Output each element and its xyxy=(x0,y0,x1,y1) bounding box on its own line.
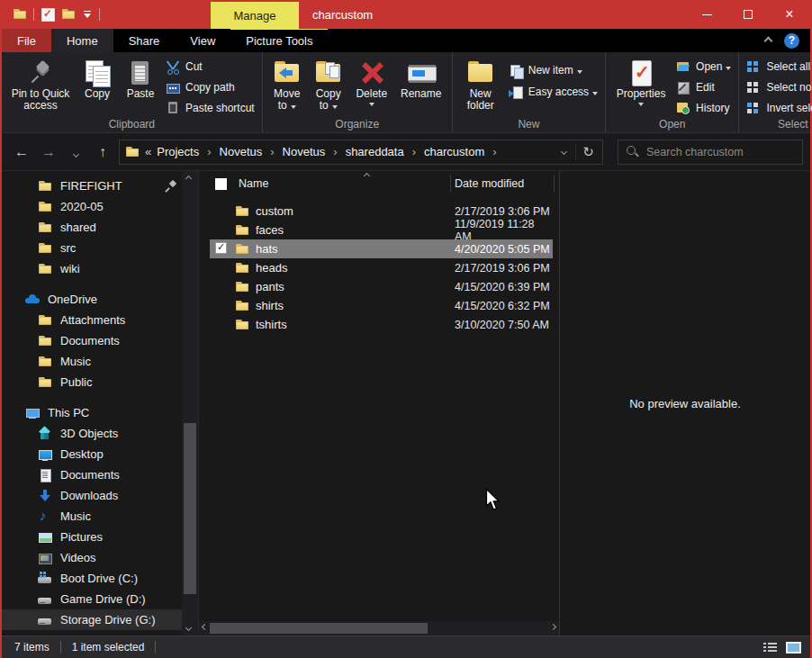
new-item-button[interactable]: New item xyxy=(509,63,598,77)
file-row-faces[interactable]: faces11/9/2019 11:28 AM xyxy=(210,221,553,239)
delete-button[interactable]: Delete xyxy=(349,58,394,108)
address-dropdown-icon[interactable] xyxy=(552,149,575,154)
sidebar-item-this-pc[interactable]: This PC xyxy=(2,402,182,423)
breadcrumb-segment[interactable]: charcustom xyxy=(422,145,486,158)
column-header-date-modified[interactable]: Date modified xyxy=(455,177,524,190)
sidebar-item-attachments[interactable]: Attachments xyxy=(2,310,182,330)
sidebar-item-storage-drive-g[interactable]: Storage Drive (G:) xyxy=(2,609,182,630)
sort-ascending-icon[interactable] xyxy=(364,173,370,179)
pin-to-quick-access-button[interactable]: Pin to Quick access xyxy=(5,58,76,113)
history-button[interactable]: History xyxy=(676,101,731,115)
sidebar-item-downloads[interactable]: Downloads xyxy=(2,485,182,506)
row-checkbox[interactable] xyxy=(215,242,227,254)
tab-manage[interactable]: Manage xyxy=(211,2,299,29)
sidebar-item-3d-objects[interactable]: 3D Objects xyxy=(2,423,182,444)
sidebar-item-videos[interactable]: Videos xyxy=(2,547,182,568)
properties-button[interactable]: Properties xyxy=(609,58,672,108)
horizontal-scrollbar[interactable] xyxy=(199,621,559,635)
scroll-right-icon[interactable] xyxy=(550,624,556,630)
copy-button[interactable]: Copy xyxy=(76,58,119,102)
sidebar-item-public[interactable]: Public xyxy=(2,372,182,392)
paste-shortcut-button[interactable]: Paste shortcut xyxy=(166,101,255,115)
sidebar-item-music[interactable]: Music xyxy=(2,506,182,527)
scroll-left-icon[interactable] xyxy=(202,624,208,630)
select-none-button[interactable]: Select none xyxy=(746,80,812,95)
sidebar-item-documents[interactable]: Documents xyxy=(2,464,182,485)
sidebar-item-shared[interactable]: shared xyxy=(2,217,182,238)
breadcrumb-segment[interactable]: Projects xyxy=(155,145,201,158)
address-bar[interactable]: « Projects›Novetus›Novetus›shareddata›ch… xyxy=(119,140,603,165)
back-icon[interactable]: ← xyxy=(11,144,32,160)
select-all-checkbox[interactable] xyxy=(215,178,227,190)
move-to-button[interactable]: Move to xyxy=(266,58,308,113)
search-input[interactable] xyxy=(646,146,795,158)
easy-access-button[interactable]: Easy access xyxy=(509,85,598,99)
help-icon[interactable]: ? xyxy=(784,33,799,49)
new-folder-button[interactable]: New folder xyxy=(456,58,505,113)
sidebar-item-wiki[interactable]: wiki xyxy=(2,258,182,279)
breadcrumb-segment[interactable]: Novetus xyxy=(281,145,328,158)
scrollbar-thumb[interactable] xyxy=(184,423,196,594)
tab-share[interactable]: Share xyxy=(113,29,176,52)
rename-button[interactable]: Rename xyxy=(394,58,448,102)
tab-home[interactable]: Home xyxy=(51,29,113,52)
delete-dropdown-icon[interactable] xyxy=(369,103,374,106)
breadcrumb-segment[interactable]: shareddata xyxy=(344,145,406,158)
qat-new-folder-icon[interactable] xyxy=(61,7,76,22)
minimize-button[interactable] xyxy=(686,0,727,29)
file-row-shirts[interactable]: shirts4/15/2020 6:32 PM xyxy=(210,296,553,315)
column-divider[interactable] xyxy=(554,175,555,193)
close-button[interactable]: × xyxy=(769,0,810,29)
copy-path-button[interactable]: Copy path xyxy=(166,80,255,95)
tab-file[interactable]: File xyxy=(2,29,51,52)
breadcrumb-separator-icon[interactable]: › xyxy=(201,145,217,158)
refresh-icon[interactable]: ↻ xyxy=(575,144,600,160)
sidebar-item-pictures[interactable]: Pictures xyxy=(2,527,182,547)
up-icon[interactable]: ↑ xyxy=(92,144,113,160)
properties-dropdown-icon[interactable] xyxy=(638,103,644,106)
scroll-up-icon[interactable] xyxy=(185,176,192,182)
collapse-ribbon-icon[interactable] xyxy=(764,36,773,45)
select-all-button[interactable]: Select all xyxy=(746,59,812,74)
sidebar-item-music[interactable]: Music xyxy=(2,351,182,372)
sidebar-item-2020-05[interactable]: 2020-05 xyxy=(2,196,182,217)
breadcrumb-segment[interactable]: Novetus xyxy=(218,145,265,158)
recent-locations-icon[interactable] xyxy=(65,144,86,160)
file-row-pants[interactable]: pants4/15/2020 6:39 PM xyxy=(210,277,553,296)
large-icons-view-icon[interactable] xyxy=(786,642,801,653)
sidebar-item-desktop[interactable]: Desktop xyxy=(2,444,182,464)
file-row-tshirts[interactable]: tshirts3/10/2020 7:50 AM xyxy=(210,315,553,334)
qat-folder-icon[interactable] xyxy=(13,7,27,22)
sidebar-item-firefight[interactable]: FIREFIGHT xyxy=(2,176,182,196)
copy-to-button[interactable]: Copy to xyxy=(308,58,349,113)
breadcrumb-separator-icon[interactable]: › xyxy=(264,145,280,158)
horizontal-scrollbar-thumb[interactable] xyxy=(210,623,428,634)
column-divider[interactable] xyxy=(450,175,451,193)
paste-button[interactable]: Paste xyxy=(119,58,162,102)
sidebar-item-boot-drive-c[interactable]: Boot Drive (C:) xyxy=(2,568,182,589)
maximize-button[interactable] xyxy=(727,0,769,29)
breadcrumb-separator-icon[interactable]: › xyxy=(327,145,343,158)
edit-button[interactable]: Edit xyxy=(676,80,731,95)
qat-customize-dropdown-icon[interactable] xyxy=(82,7,93,22)
qat-properties-icon[interactable] xyxy=(41,7,55,22)
sidebar-item-game-drive-d[interactable]: Game Drive (D:) xyxy=(2,589,182,609)
invert-selection-button[interactable]: Invert selection xyxy=(746,101,812,115)
breadcrumb-separator-icon[interactable]: › xyxy=(406,145,422,158)
sidebar-item-onedrive[interactable]: OneDrive xyxy=(2,289,182,310)
open-button[interactable]: Open xyxy=(676,59,731,74)
details-view-icon[interactable] xyxy=(763,642,777,653)
tab-view[interactable]: View xyxy=(175,29,230,52)
sidebar-item-src[interactable]: src xyxy=(2,238,182,258)
scroll-down-icon[interactable] xyxy=(185,625,192,631)
cut-button[interactable]: Cut xyxy=(166,59,255,74)
sidebar-scrollbar[interactable] xyxy=(182,171,198,635)
column-header-name[interactable]: Name xyxy=(239,177,268,190)
breadcrumb-overflow-icon[interactable]: « xyxy=(140,145,155,158)
file-row-hats[interactable]: hats4/20/2020 5:05 PM xyxy=(210,239,553,258)
breadcrumb-separator-icon[interactable]: › xyxy=(486,145,502,158)
search-box[interactable] xyxy=(618,140,803,165)
tab-picture-tools[interactable]: Picture Tools xyxy=(230,29,328,52)
file-row-heads[interactable]: heads2/17/2019 3:06 PM xyxy=(210,258,553,277)
sidebar-item-documents[interactable]: Documents xyxy=(2,330,182,351)
